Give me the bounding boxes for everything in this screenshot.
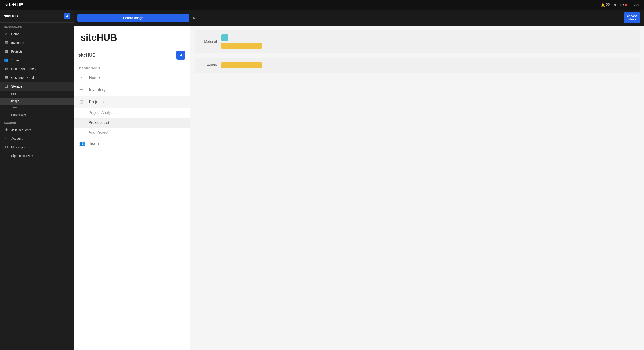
projects-icon: ⊞ bbox=[4, 49, 8, 54]
preview-sub-project-analysis-label: Project Analysis bbox=[88, 111, 116, 115]
material-chart-section: Material bbox=[194, 30, 640, 53]
home-icon: ⌂ bbox=[4, 32, 8, 36]
preview-sub-projects-list-label: Projects List bbox=[88, 120, 109, 125]
sidebar-item-projects[interactable]: ⊞ Projects bbox=[0, 47, 74, 56]
material-label: Material bbox=[199, 40, 217, 44]
user-status-dot bbox=[625, 4, 627, 6]
admin-chart-section: Admin bbox=[194, 58, 640, 73]
sidebar-item-inventory[interactable]: ☰ Inventory bbox=[0, 38, 74, 47]
sidebar-title: siteHUB bbox=[4, 14, 18, 18]
sidebar-item-team[interactable]: 👥 Team bbox=[0, 56, 74, 65]
back-button[interactable]: Back bbox=[632, 3, 640, 7]
preview-sub-add-project-label: Add Project bbox=[88, 130, 108, 135]
preview-dashboard-label: DASHBOARD bbox=[74, 63, 190, 72]
preview-sub-add-project[interactable]: Add Project bbox=[74, 128, 190, 137]
team-icon: 👥 bbox=[4, 58, 8, 62]
notification-count: 22 bbox=[606, 3, 610, 7]
user-badge: siteHub bbox=[613, 3, 627, 7]
sidebar-sub-item-text-label: Text bbox=[11, 106, 16, 110]
search-input[interactable] bbox=[192, 15, 621, 21]
preview-sidebar-header: siteHUB ◀ bbox=[74, 48, 190, 63]
sidebar-sub-item-image-label: Image bbox=[11, 99, 19, 103]
preview-collapse-button[interactable]: ◀ bbox=[176, 51, 185, 60]
preview-content: siteHUB siteHUB ◀ DASHBOARD ⌂ Home ☰ bbox=[74, 26, 644, 350]
preview-nav-team[interactable]: 👥 Team bbox=[74, 137, 190, 150]
choose-views-button[interactable]: chooseviews bbox=[624, 12, 640, 23]
sidebar-item-home[interactable]: ⌂ Home bbox=[0, 30, 74, 38]
dashboard-section-label: DASHBOARD bbox=[0, 23, 74, 30]
top-bar-right: 🔔 22 siteHub Back bbox=[600, 3, 640, 7]
sidebar-sub-item-bullet-point[interactable]: Bullet Point bbox=[0, 111, 74, 118]
left-sidebar: siteHUB ◀ DASHBOARD ⌂ Home ☰ Inventory ⊞… bbox=[0, 10, 74, 350]
content-area: Select Image chooseviews siteHUB siteHUB… bbox=[74, 10, 644, 350]
preview-nav-home-label: Home bbox=[89, 75, 100, 80]
admin-bar-yellow bbox=[222, 62, 262, 69]
sidebar-item-messages[interactable]: ✉ Messages bbox=[0, 143, 74, 152]
app-logo: siteHUB bbox=[4, 2, 24, 8]
sidebar-item-sign-in-to-work[interactable]: → Sign In To Work bbox=[0, 152, 74, 160]
join-requests-icon: ✚ bbox=[4, 128, 8, 132]
sidebar-collapse-button[interactable]: ◀ bbox=[64, 13, 70, 19]
sidebar-sub-item-image[interactable]: Image bbox=[0, 98, 74, 105]
preview-sidebar: siteHUB siteHUB ◀ DASHBOARD ⌂ Home ☰ bbox=[74, 26, 190, 350]
preview-right: Material Admin bbox=[190, 26, 644, 350]
toolbar: Select Image chooseviews bbox=[74, 10, 644, 26]
sidebar-item-storage[interactable]: ☐ Storage bbox=[0, 82, 74, 91]
sidebar-item-account-label: Account bbox=[11, 137, 22, 140]
material-bars bbox=[222, 35, 635, 49]
inventory-icon: ☰ bbox=[4, 41, 8, 45]
admin-label: Admin bbox=[199, 63, 217, 67]
admin-bars bbox=[222, 62, 635, 69]
sidebar-item-customer-portal[interactable]: ☰ Customer Portal bbox=[0, 73, 74, 82]
preview-projects-icon: ⊞ bbox=[79, 99, 86, 105]
preview-nav-team-label: Team bbox=[89, 141, 99, 146]
account-section-label: ACCOUNT bbox=[0, 118, 74, 126]
preview-sidebar-title: siteHUB bbox=[78, 53, 96, 58]
sidebar-item-join-requests[interactable]: ✚ Join Requests bbox=[0, 126, 74, 134]
sidebar-item-home-label: Home bbox=[11, 32, 20, 36]
sidebar-sub-item-bullet-point-label: Bullet Point bbox=[11, 113, 26, 117]
preview-inventory-icon: ☰ bbox=[79, 87, 86, 93]
sidebar-item-health-safety[interactable]: ⊕ Health And Safety bbox=[0, 65, 74, 73]
preview-collapse-icon: ◀ bbox=[179, 53, 182, 58]
chart-area: Material Admin bbox=[194, 30, 640, 345]
preview-team-icon: 👥 bbox=[79, 141, 86, 146]
top-bar: siteHUB 🔔 22 siteHub Back bbox=[0, 0, 644, 10]
sidebar-item-messages-label: Messages bbox=[11, 145, 26, 149]
sidebar-sub-item-text[interactable]: Text bbox=[0, 105, 74, 111]
preview-main-title: siteHUB bbox=[74, 26, 190, 48]
sidebar-item-projects-label: Projects bbox=[11, 50, 22, 53]
preview-panel: siteHUB siteHUB ◀ DASHBOARD ⌂ Home ☰ bbox=[74, 26, 644, 350]
preview-nav-projects[interactable]: ⊞ Projects bbox=[74, 96, 190, 108]
sidebar-item-sign-in-label: Sign In To Work bbox=[11, 154, 33, 158]
sidebar-item-team-label: Team bbox=[11, 58, 19, 62]
preview-nav-inventory[interactable]: ☰ Inventory bbox=[74, 84, 190, 96]
sidebar-item-inventory-label: Inventory bbox=[11, 41, 24, 45]
sidebar-sub-item-pdf-label: PDF bbox=[11, 92, 17, 96]
preview-nav-inventory-label: Inventory bbox=[89, 88, 106, 92]
sidebar-item-customer-portal-label: Customer Portal bbox=[11, 76, 34, 80]
notification-bell[interactable]: 🔔 22 bbox=[600, 3, 610, 7]
account-icon: ○ bbox=[4, 137, 8, 141]
material-bar-teal bbox=[222, 35, 228, 41]
preview-home-icon: ⌂ bbox=[79, 75, 86, 81]
sidebar-item-account[interactable]: ○ Account bbox=[0, 134, 74, 143]
preview-nav-home[interactable]: ⌂ Home bbox=[74, 72, 190, 84]
material-bar-yellow bbox=[222, 43, 262, 49]
sidebar-item-storage-label: Storage bbox=[11, 85, 22, 88]
username: siteHub bbox=[613, 3, 624, 7]
health-safety-icon: ⊕ bbox=[4, 67, 8, 71]
sidebar-sub-item-pdf[interactable]: PDF bbox=[0, 91, 74, 98]
preview-sub-project-analysis[interactable]: Project Analysis bbox=[74, 108, 190, 118]
sidebar-item-join-requests-label: Join Requests bbox=[11, 128, 31, 132]
sidebar-header: siteHUB ◀ bbox=[0, 10, 74, 23]
main-layout: siteHUB ◀ DASHBOARD ⌂ Home ☰ Inventory ⊞… bbox=[0, 10, 644, 350]
bell-icon: 🔔 bbox=[600, 3, 605, 7]
preview-sub-projects-list[interactable]: Projects List bbox=[74, 118, 190, 128]
customer-portal-icon: ☰ bbox=[4, 75, 8, 80]
select-image-button[interactable]: Select Image bbox=[77, 14, 189, 22]
sidebar-item-health-safety-label: Health And Safety bbox=[11, 67, 36, 71]
messages-icon: ✉ bbox=[4, 145, 8, 149]
storage-icon: ☐ bbox=[4, 84, 8, 88]
sign-in-icon: → bbox=[4, 154, 8, 158]
